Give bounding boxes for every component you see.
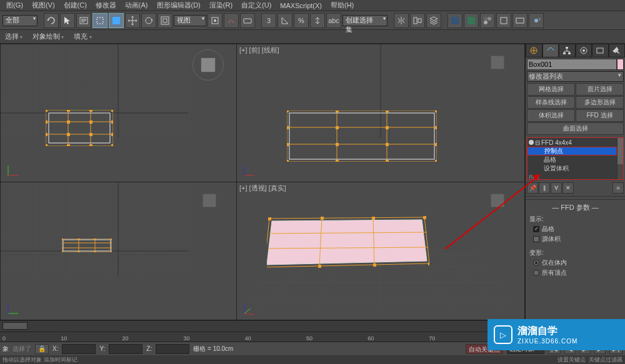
pivot-button[interactable] (208, 13, 222, 28)
mod-vol-select[interactable]: 体积选择 (527, 109, 575, 122)
rotate-button[interactable] (141, 13, 156, 28)
show-result-button[interactable]: ‖ (539, 182, 550, 194)
select-region-button[interactable] (92, 13, 108, 28)
menu-item[interactable]: 帮助(H) (327, 0, 358, 11)
spinner-snap-toggle[interactable] (310, 13, 325, 28)
viewcube-icon[interactable] (487, 52, 509, 74)
tab-hierarchy[interactable] (559, 44, 576, 57)
layers-button[interactable] (426, 13, 441, 28)
percent-snap-toggle[interactable]: % (294, 13, 309, 28)
svg-rect-41 (46, 144, 48, 146)
svg-rect-38 (67, 133, 70, 136)
mirror-button[interactable] (394, 13, 409, 28)
ribbon-fill[interactable]: 填充 (74, 32, 91, 41)
menu-item[interactable]: 图形编辑器(D) (153, 0, 204, 11)
render-button[interactable] (529, 13, 544, 28)
scale-button[interactable] (158, 13, 172, 28)
selection-filter-combo[interactable]: 全部 (2, 15, 38, 26)
menu-item[interactable]: 创建(C) (60, 0, 91, 11)
svg-rect-71 (435, 160, 437, 162)
menu-item[interactable]: 图(G) (2, 0, 27, 11)
align-button[interactable] (410, 13, 425, 28)
radio-all[interactable]: 所有顶点 (529, 268, 621, 278)
mod-surf-select[interactable]: 曲面选择 (527, 122, 624, 135)
curve-editor-button[interactable] (448, 13, 462, 28)
select-button[interactable] (60, 13, 75, 28)
tab-create[interactable] (526, 44, 542, 57)
render-frame-button[interactable] (512, 13, 528, 28)
svg-rect-31 (89, 110, 92, 112)
radio-inside[interactable]: 仅在体内 (529, 258, 621, 268)
mod-spline-select[interactable]: 样条线选择 (527, 96, 575, 109)
svg-rect-42 (67, 144, 70, 146)
watermark-title: 溜溜自学 (518, 325, 578, 338)
rollout-header[interactable]: — FFD 参数 — (526, 202, 625, 213)
menu-item[interactable]: 动画(A) (121, 0, 152, 11)
bulb-icon[interactable] (529, 140, 534, 145)
viewport-perspective[interactable]: [+] [透视] [真实] (237, 182, 524, 320)
svg-rect-10 (418, 19, 421, 22)
svg-rect-11 (451, 17, 459, 24)
coord-x-field[interactable] (62, 344, 96, 354)
main-toolbar: 全部 视图 3 % abc 创建选择集 (0, 11, 625, 30)
stack-item-controlpoints[interactable]: 控制点 (528, 147, 617, 155)
svg-rect-37 (46, 133, 48, 136)
checkbox-source[interactable]: 源体积 (529, 234, 621, 244)
keyboard-shortcut-button[interactable] (240, 13, 255, 28)
checkbox-lattice[interactable]: ✓晶格 (529, 224, 621, 234)
menu-item[interactable]: 修改器 (92, 0, 120, 11)
modifier-list-combo[interactable]: 修改器列表 (527, 71, 624, 82)
svg-rect-115 (373, 263, 376, 267)
play-icon: ▷ (494, 325, 512, 344)
select-name-button[interactable] (76, 13, 91, 28)
configure-button[interactable]: ≡ (612, 182, 624, 194)
svg-rect-88 (78, 251, 80, 252)
ribbon-bar: 选择 对象绘制 填充 (0, 30, 625, 44)
coord-y-field[interactable] (109, 344, 142, 354)
mod-ffd-select[interactable]: FFD 选择 (576, 109, 624, 122)
snap-toggle[interactable]: 3 (261, 13, 276, 28)
object-color-swatch[interactable] (617, 59, 624, 70)
viewcube-icon[interactable] (192, 49, 224, 81)
edit-named-sel-button[interactable]: abc (326, 13, 341, 28)
ribbon-select[interactable]: 选择 (5, 32, 22, 41)
coord-z-field[interactable] (156, 344, 189, 354)
modifier-buttons: 网格选择 面片选择 样条线选择 多边形选择 体积选择 FFD 选择 曲面选择 (527, 83, 624, 135)
ref-coord-combo[interactable]: 视图 (174, 15, 206, 26)
material-editor-button[interactable] (480, 13, 495, 28)
stack-item-ffd[interactable]: ⊟FFD 4x4x4 (528, 138, 617, 147)
viewport-left[interactable] (1, 182, 236, 320)
tab-motion[interactable] (576, 44, 592, 57)
ribbon-objpaint[interactable]: 对象绘制 (32, 32, 64, 41)
undo-button[interactable] (44, 13, 59, 28)
viewport-top[interactable] (1, 44, 236, 182)
mod-mesh-select[interactable]: 网格选择 (527, 83, 575, 96)
render-setup-button[interactable] (496, 13, 511, 28)
tab-utilities[interactable] (609, 44, 626, 57)
tab-modify[interactable] (542, 44, 559, 57)
move-button[interactable] (125, 13, 140, 28)
svg-rect-122 (563, 52, 566, 54)
lock-button[interactable]: 🔒 (35, 344, 49, 354)
menu-item[interactable]: 自定义(U) (238, 0, 275, 11)
angle-snap-toggle[interactable] (278, 13, 292, 28)
named-selection-combo[interactable]: 创建选择集 (342, 15, 388, 26)
menu-item[interactable]: 渲染(R) (206, 0, 236, 11)
menu-item[interactable]: 视图(V) (28, 0, 59, 11)
tab-display[interactable] (592, 44, 609, 57)
stack-scrollbar[interactable] (617, 138, 623, 179)
schematic-view-button[interactable] (464, 13, 479, 28)
mod-poly-select[interactable]: 多边形选择 (576, 96, 624, 109)
viewcube-icon[interactable] (199, 190, 221, 212)
remove-mod-button[interactable]: ✕ (562, 182, 574, 194)
window-crossing-button[interactable] (109, 13, 124, 28)
stack-item-lattice[interactable]: 晶格 (528, 155, 617, 164)
viewport-front[interactable]: [+] [前] [线框] (237, 44, 524, 182)
mod-patch-select[interactable]: 面片选择 (576, 83, 624, 96)
manipulate-button[interactable] (224, 13, 239, 28)
menu-item[interactable]: MAXScript(X) (276, 1, 326, 10)
time-slider-thumb[interactable] (2, 322, 28, 330)
make-unique-button[interactable]: ∀ (551, 182, 562, 194)
object-name-field[interactable] (527, 59, 617, 70)
command-panel: 修改器列表 网格选择 面片选择 样条线选择 多边形选择 体积选择 FFD 选择 … (525, 44, 625, 320)
